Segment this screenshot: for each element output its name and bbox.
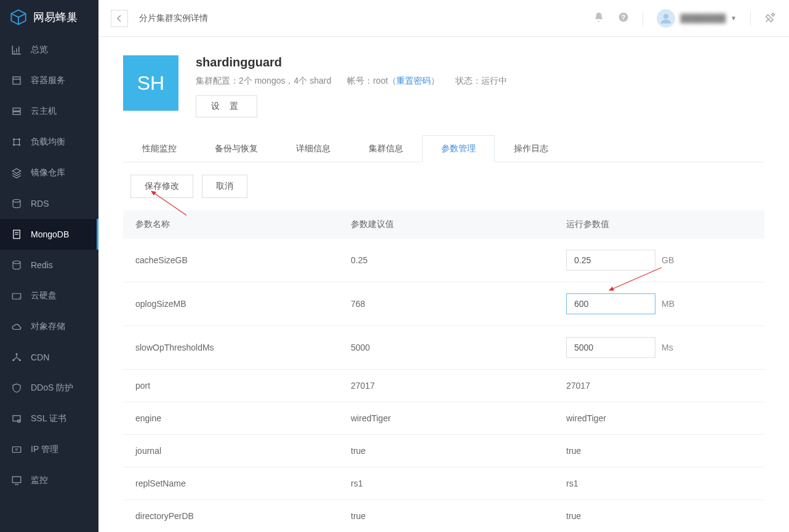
svg-rect-4 — [13, 108, 20, 111]
tab-1[interactable]: 备份与恢复 — [196, 135, 277, 162]
instance-badge: SH — [123, 55, 178, 111]
reset-password-link[interactable]: 重置密码 — [396, 76, 431, 85]
status-info: 状态：运行中 — [455, 76, 507, 87]
sidebar-item-label: 监控 — [31, 475, 48, 486]
divider — [750, 11, 751, 26]
sidebar-item-9[interactable]: 对象存储 — [0, 311, 98, 342]
settings-button[interactable]: 设 置 — [196, 95, 257, 117]
instance-name: shardingguard — [196, 55, 507, 69]
svg-rect-24 — [12, 477, 21, 483]
sidebar-item-14[interactable]: 监控 — [0, 465, 98, 496]
db-icon — [11, 198, 22, 209]
brand-name: 网易蜂巢 — [33, 10, 78, 25]
svg-rect-15 — [12, 293, 21, 299]
svg-text:IP: IP — [15, 448, 18, 451]
tabs: 性能监控备份与恢复详细信息集群信息参数管理操作日志 — [123, 135, 764, 162]
tab-5[interactable]: 操作日志 — [495, 135, 567, 162]
tab-2[interactable]: 详细信息 — [277, 135, 350, 162]
svg-rect-20 — [13, 416, 20, 421]
box-icon — [11, 75, 22, 86]
sidebar-item-10[interactable]: CDN — [0, 342, 98, 373]
svg-point-14 — [13, 261, 20, 264]
divider — [643, 11, 643, 26]
svg-point-7 — [18, 138, 20, 140]
suggest-value: true — [351, 446, 566, 456]
chevron-left-icon — [116, 15, 122, 22]
monitor-icon — [11, 475, 22, 486]
sidebar-item-label: 镜像仓库 — [31, 167, 65, 178]
svg-point-17 — [16, 353, 18, 355]
sidebar-item-label: 对象存储 — [31, 321, 65, 332]
sidebar-item-8[interactable]: 云硬盘 — [0, 280, 98, 311]
sidebar-item-label: 总览 — [31, 44, 48, 55]
breadcrumb: 分片集群实例详情 — [139, 13, 208, 24]
param-name: slowOpThresholdMs — [135, 343, 351, 352]
sidebar-item-label: DDoS 防护 — [31, 383, 73, 394]
tab-0[interactable]: 性能监控 — [123, 135, 196, 162]
param-input-cacheSizeGB[interactable] — [566, 250, 655, 271]
sidebar-item-label: MongoDB — [31, 229, 69, 239]
table-row: directoryPerDBtruetrue — [123, 500, 764, 532]
param-name: directoryPerDB — [135, 511, 351, 521]
db-icon — [11, 260, 22, 271]
run-value: 27017 — [566, 381, 752, 391]
svg-point-10 — [13, 199, 20, 202]
run-value: wiredTiger — [566, 413, 752, 423]
cert-icon — [11, 413, 22, 424]
table-row: port2701727017 — [123, 370, 764, 402]
user-menu[interactable]: ████████ ▼ — [657, 9, 737, 28]
caret-down-icon: ▼ — [731, 15, 737, 22]
table-header: 参数名称 参数建议值 运行参数值 — [123, 210, 764, 239]
sidebar-item-13[interactable]: IPIP 管理 — [0, 434, 98, 465]
chart-icon — [11, 44, 22, 55]
cancel-button[interactable]: 取消 — [202, 175, 247, 198]
tab-3[interactable]: 集群信息 — [350, 135, 422, 162]
sidebar-item-label: SSL 证书 — [31, 413, 66, 424]
doc-icon — [11, 229, 22, 240]
param-name: cacheSizeGB — [135, 255, 351, 265]
svg-point-28 — [663, 14, 668, 18]
svg-point-9 — [18, 144, 20, 146]
disk-icon — [11, 290, 22, 301]
logo-icon — [10, 9, 27, 26]
run-value: rs1 — [566, 478, 752, 488]
back-button[interactable] — [111, 10, 128, 27]
sidebar-item-5[interactable]: RDS — [0, 188, 98, 219]
balance-icon — [11, 137, 22, 148]
ip-icon: IP — [11, 444, 22, 455]
tools-icon[interactable] — [764, 11, 777, 25]
sidebar-item-2[interactable]: 云主机 — [0, 96, 98, 127]
sidebar-item-4[interactable]: 镜像仓库 — [0, 157, 98, 188]
sidebar-item-11[interactable]: DDoS 防护 — [0, 373, 98, 403]
param-name: replSetName — [135, 478, 351, 488]
brand-logo[interactable]: 网易蜂巢 — [0, 0, 98, 34]
save-button[interactable]: 保存修改 — [130, 175, 193, 198]
shield-icon — [11, 383, 22, 394]
sidebar-item-6[interactable]: MongoDB — [0, 219, 98, 250]
network-icon — [11, 352, 22, 363]
sidebar-item-1[interactable]: 容器服务 — [0, 65, 98, 96]
instance-header: SH shardingguard 集群配置：2个 mongos，4个 shard… — [123, 55, 764, 117]
tab-4[interactable]: 参数管理 — [422, 135, 495, 162]
sidebar-item-7[interactable]: Redis — [0, 250, 98, 280]
table-row: cacheSizeGB0.25GB — [123, 239, 764, 282]
username: ████████ — [680, 14, 726, 23]
sidebar-item-12[interactable]: SSL 证书 — [0, 403, 98, 434]
sidebar-item-3[interactable]: 负载均衡 — [0, 127, 98, 157]
run-value: true — [566, 446, 752, 456]
avatar — [657, 9, 675, 28]
suggest-value: true — [351, 511, 566, 521]
param-input-oplogSizeMB[interactable] — [566, 293, 655, 314]
sidebar-item-0[interactable]: 总览 — [0, 34, 98, 65]
bell-icon[interactable] — [593, 12, 604, 25]
sidebar: 网易蜂巢 总览容器服务云主机负载均衡镜像仓库RDSMongoDBRedis云硬盘… — [0, 0, 98, 532]
layers-icon — [11, 167, 22, 178]
sidebar-item-label: 容器服务 — [31, 75, 65, 86]
svg-text:?: ? — [622, 14, 625, 21]
param-input-slowOpThresholdMs[interactable] — [566, 337, 655, 358]
help-icon[interactable]: ? — [618, 12, 629, 25]
unit-label: MB — [662, 299, 675, 309]
table-row: journaltruetrue — [123, 435, 764, 467]
sidebar-item-label: 云主机 — [31, 106, 57, 117]
sidebar-item-label: Redis — [31, 260, 53, 270]
